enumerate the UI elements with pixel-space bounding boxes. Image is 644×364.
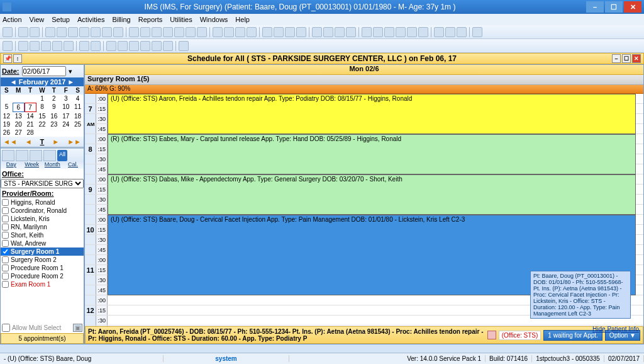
provider-item[interactable]: Procedure Room 1 <box>1 264 84 272</box>
sched-pin-icon[interactable]: 📌 <box>3 54 12 63</box>
sched-close-icon[interactable]: ✕ <box>632 54 641 63</box>
toolbar-button[interactable] <box>45 27 55 37</box>
calendar-day[interactable] <box>25 94 36 103</box>
toolbar-button[interactable] <box>407 27 417 37</box>
menu-billing[interactable]: Billing <box>112 16 130 23</box>
provider-item[interactable]: Higgins, Ronald <box>1 198 84 207</box>
calendar-day[interactable]: 23 <box>48 120 60 128</box>
toolbar-button[interactable] <box>323 27 333 37</box>
provider-item[interactable]: Lickstein, Kris <box>1 215 84 223</box>
toolbar-button[interactable] <box>106 41 116 51</box>
view-month-button[interactable] <box>30 150 42 161</box>
provider-checkbox[interactable] <box>2 273 9 280</box>
toolbar-button[interactable] <box>79 41 89 51</box>
list-toggle-icon[interactable]: ▣ <box>73 324 82 332</box>
calendar-day[interactable]: 9 <box>48 103 60 112</box>
calendar-day[interactable] <box>36 128 48 137</box>
hide-patient-info-link[interactable]: Hide Patient Info <box>592 326 639 333</box>
calendar-day[interactable]: 22 <box>36 120 48 128</box>
provider-item[interactable]: Exam Room 1 <box>1 280 84 288</box>
view-cal-button[interactable] <box>43 150 56 161</box>
calendar-day[interactable]: 15 <box>36 112 48 120</box>
toolbar-button[interactable] <box>140 27 150 37</box>
provider-item[interactable]: Wat, Andrew <box>1 239 84 247</box>
appointment-block[interactable]: (R) (Office: STS) Eabes, Mary - Carpal t… <box>108 134 636 174</box>
menu-view[interactable]: View <box>30 16 45 23</box>
provider-checkbox[interactable] <box>2 240 9 247</box>
menu-help[interactable]: Help <box>235 16 250 23</box>
cal-nav-next-fast[interactable]: ►► <box>67 138 81 145</box>
calendar-day[interactable]: 25 <box>72 120 84 128</box>
provider-item[interactable]: Procedure Room 2 <box>1 272 84 280</box>
calendar-day[interactable]: 6 <box>13 103 25 112</box>
calendar-day[interactable]: 20 <box>13 120 25 128</box>
close-button[interactable]: ✕ <box>624 1 641 13</box>
allow-multi-select-checkbox[interactable] <box>2 324 10 332</box>
toolbar-button[interactable] <box>434 27 444 37</box>
office-select[interactable]: STS - PARKSIDE SURGE <box>1 179 84 188</box>
toolbar-button[interactable] <box>174 27 184 37</box>
toolbar-button[interactable] <box>91 41 101 51</box>
provider-checkbox[interactable] <box>2 264 9 271</box>
calendar-day[interactable]: 18 <box>72 112 84 120</box>
calendar-day[interactable]: 11 <box>72 103 84 112</box>
toolbar-button[interactable] <box>64 41 74 51</box>
provider-checkbox[interactable] <box>2 232 9 239</box>
calendar-day[interactable]: 26 <box>1 128 13 137</box>
toolbar-button[interactable] <box>163 27 173 37</box>
toolbar-button[interactable] <box>197 27 207 37</box>
calendar-day[interactable]: 12 <box>1 112 13 120</box>
view-day-button[interactable] <box>2 150 14 161</box>
calendar-day[interactable]: 16 <box>48 112 60 120</box>
calendar-day[interactable] <box>1 94 13 103</box>
date-input[interactable] <box>22 66 66 76</box>
provider-checkbox[interactable] <box>2 215 9 222</box>
toolbar-button[interactable] <box>102 27 112 37</box>
toolbar-button[interactable] <box>41 41 51 51</box>
menu-setup[interactable]: Setup <box>52 16 70 23</box>
toolbar-button[interactable] <box>457 27 467 37</box>
toolbar-button[interactable] <box>152 27 162 37</box>
sched-min-icon[interactable]: – <box>612 54 621 63</box>
calendar-day[interactable] <box>72 128 84 137</box>
toolbar-button[interactable] <box>362 27 372 37</box>
toolbar-button[interactable] <box>3 41 13 51</box>
calendar-day[interactable]: 13 <box>13 112 25 120</box>
calendar-day[interactable]: 8 <box>36 103 48 112</box>
provider-item[interactable]: Surgery Room 2 <box>1 256 84 264</box>
sched-sort-icon[interactable]: ↕ <box>13 54 22 63</box>
toolbar-button[interactable] <box>3 27 13 37</box>
toolbar-button[interactable] <box>91 27 101 37</box>
calendar-day[interactable] <box>13 94 25 103</box>
calendar-day[interactable]: 21 <box>25 120 36 128</box>
toolbar-button[interactable] <box>384 27 394 37</box>
toolbar-button[interactable] <box>418 27 428 37</box>
toolbar-button[interactable] <box>30 41 40 51</box>
calendar-day[interactable]: 10 <box>60 103 72 112</box>
calendar-day[interactable]: 5 <box>1 103 13 112</box>
provider-checkbox[interactable] <box>2 281 9 288</box>
cal-nav-next[interactable]: ► <box>52 138 59 145</box>
provider-item[interactable]: Surgery Room 1 <box>1 247 84 256</box>
calendar-day[interactable]: 4 <box>72 94 84 103</box>
calendar-day[interactable]: 24 <box>60 120 72 128</box>
cal-nav-prev[interactable]: ◄ <box>25 138 32 145</box>
menu-activities[interactable]: Activities <box>77 16 104 23</box>
toolbar-button[interactable] <box>68 27 78 37</box>
toolbar-button[interactable] <box>262 27 272 37</box>
provider-checkbox[interactable] <box>2 199 9 206</box>
minimize-button[interactable]: – <box>586 1 604 13</box>
view-label[interactable]: Day <box>2 161 21 168</box>
view-label[interactable]: Month <box>43 161 62 168</box>
toolbar-button[interactable] <box>312 27 322 37</box>
toolbar-button[interactable] <box>396 27 406 37</box>
view-all-button[interactable]: All <box>57 150 67 161</box>
toolbar-button[interactable] <box>18 41 28 51</box>
toolbar-button[interactable] <box>247 27 257 37</box>
toolbar-button[interactable] <box>140 41 150 51</box>
calendar-day[interactable]: 2 <box>48 94 60 103</box>
toolbar-button[interactable] <box>346 27 356 37</box>
toolbar-button[interactable] <box>57 27 67 37</box>
calendar-day[interactable]: 19 <box>1 120 13 128</box>
appointment-block[interactable]: (U) (Office: STS) Aaron, Freida - Achill… <box>108 94 636 134</box>
